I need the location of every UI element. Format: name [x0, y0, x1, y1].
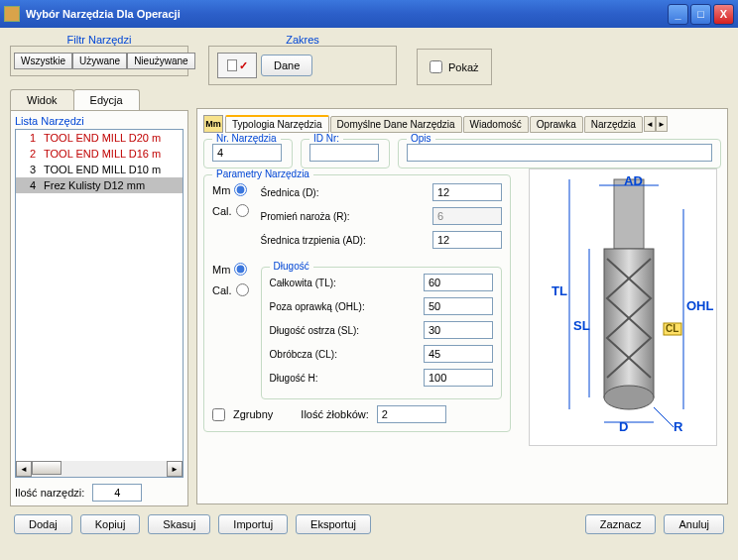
nr-field[interactable] — [212, 144, 282, 162]
cal-radio2[interactable] — [236, 283, 249, 296]
ilosc-field[interactable] — [92, 484, 142, 502]
zgrubny-label: Zgrubny — [233, 408, 273, 420]
stab-domyslne[interactable]: Domyślne Dane Narzędzia — [330, 116, 462, 133]
mm-icon: Mm — [203, 115, 223, 133]
pokaz-box: Pokaż — [417, 49, 492, 85]
tab-widok[interactable]: Widok — [10, 89, 74, 110]
scroll-thumb[interactable] — [32, 461, 62, 475]
list-item[interactable]: 1TOOL END MILL D20 m — [16, 130, 183, 146]
filter-label: Filtr Narzędzi — [10, 34, 188, 46]
maximize-button[interactable]: □ — [690, 4, 711, 25]
mm-radio2[interactable] — [234, 263, 247, 276]
pokaz-label: Pokaż — [448, 61, 479, 73]
svg-rect-1 — [604, 249, 654, 397]
zaznacz-button[interactable]: Zaznacz — [585, 514, 657, 534]
list-item[interactable]: 4Frez Kulisty D12 mm — [16, 177, 183, 193]
trzpien-label: Średnica trzpienia (AD): — [261, 235, 432, 246]
diagram-d: D — [619, 419, 628, 434]
minimize-button[interactable]: _ — [668, 4, 688, 25]
nr-label: Nr. Narzędzia — [212, 133, 281, 144]
dane-button[interactable]: Dane — [261, 55, 312, 76]
list-item[interactable]: 3TOOL END MILL D10 m — [16, 162, 183, 177]
window-title: Wybór Narzędzia Dla Operacji — [26, 8, 181, 20]
list-item[interactable]: 2TOOL END MILL D16 m — [16, 146, 183, 162]
ilosc-label: Ilość narzędzi: — [15, 487, 84, 499]
cal-radio2-row[interactable]: Cal. — [212, 283, 249, 296]
filter-unused-button[interactable]: Nieużywane — [127, 53, 194, 69]
zgrubny-checkbox[interactable] — [212, 408, 225, 421]
diagram-r: R — [674, 419, 682, 434]
svg-rect-0 — [614, 179, 644, 249]
dlugosc-title: Długość — [270, 261, 313, 272]
srednica-field[interactable] — [432, 183, 502, 201]
lista-label: Lista Narzędzi — [15, 115, 184, 127]
diagram-sl: SL — [573, 318, 590, 333]
zakres-icon-button[interactable]: ✓ — [217, 53, 257, 78]
pokaz-checkbox[interactable] — [430, 60, 442, 73]
tool-diagram: AD TL SL OHL CL D R — [529, 168, 717, 446]
filter-all-button[interactable]: Wszystkie — [14, 53, 72, 69]
obrobcza-label: Obróbcza (CL): — [270, 349, 424, 360]
titlebar: Wybór Narzędzia Dla Operacji _ □ X — [0, 0, 738, 28]
id-field[interactable] — [309, 144, 379, 162]
ostrza-field[interactable] — [424, 321, 493, 339]
cal-radio[interactable] — [236, 204, 249, 217]
check-icon: ✓ — [239, 59, 248, 72]
stab-oprawka[interactable]: Oprawka — [530, 116, 583, 133]
zakres-label: Zakres — [208, 34, 397, 46]
stab-typologia[interactable]: Typologia Narzędzia — [225, 115, 329, 133]
mm-radio2-row[interactable]: Mm — [212, 263, 249, 276]
anuluj-button[interactable]: Anuluj — [664, 514, 724, 534]
eksportuj-button[interactable]: Eksportuj — [296, 514, 371, 534]
dodaj-button[interactable]: Dodaj — [14, 514, 72, 534]
zlobki-label: Ilość żłobków: — [301, 408, 368, 420]
tab-nav-left-icon[interactable]: ◄ — [644, 116, 656, 132]
params-title: Parametry Narzędzia — [212, 168, 313, 179]
h-field[interactable] — [424, 369, 493, 387]
stab-narzedzia[interactable]: Narzędzia — [584, 116, 643, 133]
promien-label: Promień naroża (R): — [261, 211, 432, 222]
diagram-ohl: OHL — [686, 298, 713, 313]
mm-radio[interactable] — [234, 183, 247, 196]
zlobki-field[interactable] — [377, 405, 446, 423]
scroll-right-icon[interactable]: ► — [167, 461, 183, 477]
calkowita-field[interactable] — [424, 274, 493, 291]
diagram-ad: AD — [624, 173, 643, 188]
diagram-cl: CL — [666, 323, 678, 334]
importuj-button[interactable]: Importuj — [218, 514, 288, 534]
poza-label: Poza oprawką (OHL): — [270, 301, 424, 312]
promien-field — [432, 207, 502, 225]
app-icon — [4, 6, 20, 22]
poza-field[interactable] — [424, 297, 493, 315]
skasuj-button[interactable]: Skasuj — [148, 514, 210, 534]
stab-wiadomosc[interactable]: Wiadomość — [463, 116, 529, 133]
id-label: ID Nr: — [309, 133, 343, 144]
doc-icon — [227, 59, 237, 71]
h-scrollbar[interactable]: ◄ ► — [16, 461, 183, 477]
opis-label: Opis — [407, 133, 435, 144]
filter-used-button[interactable]: Używane — [72, 53, 127, 69]
diagram-tl: TL — [552, 283, 567, 298]
scroll-left-icon[interactable]: ◄ — [16, 461, 32, 477]
calkowita-label: Całkowita (TL): — [270, 278, 424, 288]
cal-radio-row[interactable]: Cal. — [212, 204, 249, 217]
tool-list[interactable]: 1TOOL END MILL D20 m2TOOL END MILL D16 m… — [15, 129, 184, 478]
svg-point-2 — [604, 386, 654, 409]
close-button[interactable]: X — [713, 4, 734, 25]
trzpien-field[interactable] — [432, 231, 502, 249]
mm-radio-row[interactable]: Mm — [212, 183, 249, 196]
tab-nav-right-icon[interactable]: ► — [656, 116, 668, 132]
tab-edycja[interactable]: Edycja — [73, 89, 140, 110]
h-label: Długość H: — [270, 373, 424, 384]
srednica-label: Średnica (D): — [261, 187, 432, 198]
obrobcza-field[interactable] — [424, 345, 493, 363]
opis-field[interactable] — [407, 144, 712, 162]
kopiuj-button[interactable]: Kopiuj — [80, 514, 141, 534]
ostrza-label: Długość ostrza (SL): — [270, 325, 424, 336]
svg-line-8 — [654, 407, 674, 427]
